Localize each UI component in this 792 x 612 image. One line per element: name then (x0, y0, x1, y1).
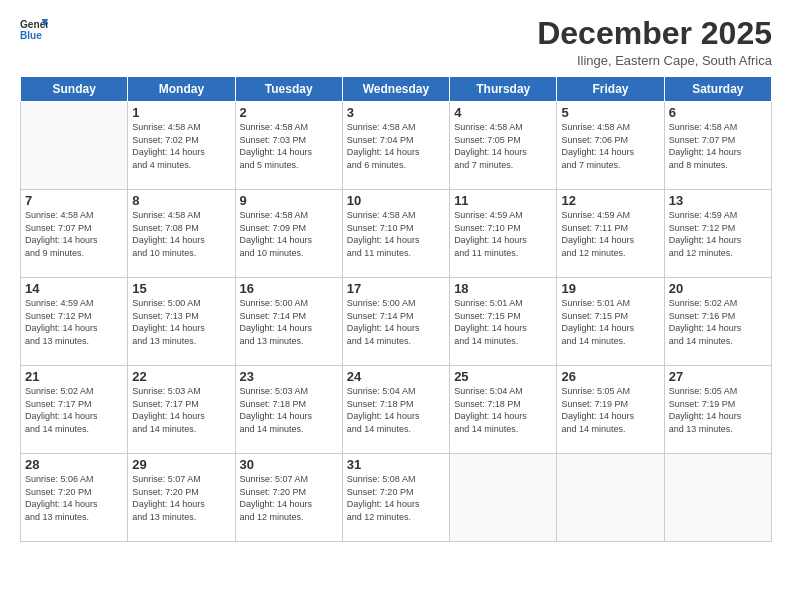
table-row: 4Sunrise: 4:58 AM Sunset: 7:05 PM Daylig… (450, 102, 557, 190)
table-row: 13Sunrise: 4:59 AM Sunset: 7:12 PM Dayli… (664, 190, 771, 278)
table-row: 16Sunrise: 5:00 AM Sunset: 7:14 PM Dayli… (235, 278, 342, 366)
day-number: 10 (347, 193, 445, 208)
day-number: 13 (669, 193, 767, 208)
table-row (21, 102, 128, 190)
day-number: 18 (454, 281, 552, 296)
day-number: 4 (454, 105, 552, 120)
col-saturday: Saturday (664, 77, 771, 102)
table-row: 12Sunrise: 4:59 AM Sunset: 7:11 PM Dayli… (557, 190, 664, 278)
table-row: 20Sunrise: 5:02 AM Sunset: 7:16 PM Dayli… (664, 278, 771, 366)
table-row: 11Sunrise: 4:59 AM Sunset: 7:10 PM Dayli… (450, 190, 557, 278)
calendar-week-4: 21Sunrise: 5:02 AM Sunset: 7:17 PM Dayli… (21, 366, 772, 454)
day-number: 2 (240, 105, 338, 120)
table-row: 25Sunrise: 5:04 AM Sunset: 7:18 PM Dayli… (450, 366, 557, 454)
cell-info: Sunrise: 5:05 AM Sunset: 7:19 PM Dayligh… (561, 385, 659, 435)
table-row: 1Sunrise: 4:58 AM Sunset: 7:02 PM Daylig… (128, 102, 235, 190)
table-row: 14Sunrise: 4:59 AM Sunset: 7:12 PM Dayli… (21, 278, 128, 366)
cell-info: Sunrise: 5:06 AM Sunset: 7:20 PM Dayligh… (25, 473, 123, 523)
table-row: 2Sunrise: 4:58 AM Sunset: 7:03 PM Daylig… (235, 102, 342, 190)
cell-info: Sunrise: 4:59 AM Sunset: 7:11 PM Dayligh… (561, 209, 659, 259)
cell-info: Sunrise: 4:58 AM Sunset: 7:08 PM Dayligh… (132, 209, 230, 259)
day-number: 6 (669, 105, 767, 120)
cell-info: Sunrise: 4:58 AM Sunset: 7:04 PM Dayligh… (347, 121, 445, 171)
day-number: 21 (25, 369, 123, 384)
table-row: 28Sunrise: 5:06 AM Sunset: 7:20 PM Dayli… (21, 454, 128, 542)
day-number: 30 (240, 457, 338, 472)
cell-info: Sunrise: 5:05 AM Sunset: 7:19 PM Dayligh… (669, 385, 767, 435)
cell-info: Sunrise: 4:58 AM Sunset: 7:05 PM Dayligh… (454, 121, 552, 171)
page: General Blue December 2025 Ilinge, Easte… (0, 0, 792, 612)
calendar-header-row: Sunday Monday Tuesday Wednesday Thursday… (21, 77, 772, 102)
table-row: 23Sunrise: 5:03 AM Sunset: 7:18 PM Dayli… (235, 366, 342, 454)
day-number: 5 (561, 105, 659, 120)
cell-info: Sunrise: 4:58 AM Sunset: 7:03 PM Dayligh… (240, 121, 338, 171)
day-number: 23 (240, 369, 338, 384)
table-row: 31Sunrise: 5:08 AM Sunset: 7:20 PM Dayli… (342, 454, 449, 542)
day-number: 28 (25, 457, 123, 472)
col-wednesday: Wednesday (342, 77, 449, 102)
day-number: 26 (561, 369, 659, 384)
col-monday: Monday (128, 77, 235, 102)
day-number: 24 (347, 369, 445, 384)
title-block: December 2025 Ilinge, Eastern Cape, Sout… (537, 16, 772, 68)
table-row: 29Sunrise: 5:07 AM Sunset: 7:20 PM Dayli… (128, 454, 235, 542)
cell-info: Sunrise: 5:03 AM Sunset: 7:17 PM Dayligh… (132, 385, 230, 435)
day-number: 22 (132, 369, 230, 384)
cell-info: Sunrise: 5:00 AM Sunset: 7:14 PM Dayligh… (347, 297, 445, 347)
cell-info: Sunrise: 5:01 AM Sunset: 7:15 PM Dayligh… (454, 297, 552, 347)
cell-info: Sunrise: 5:07 AM Sunset: 7:20 PM Dayligh… (132, 473, 230, 523)
col-tuesday: Tuesday (235, 77, 342, 102)
calendar-week-2: 7Sunrise: 4:58 AM Sunset: 7:07 PM Daylig… (21, 190, 772, 278)
day-number: 31 (347, 457, 445, 472)
day-number: 29 (132, 457, 230, 472)
svg-text:Blue: Blue (20, 30, 42, 41)
table-row: 3Sunrise: 4:58 AM Sunset: 7:04 PM Daylig… (342, 102, 449, 190)
cell-info: Sunrise: 5:03 AM Sunset: 7:18 PM Dayligh… (240, 385, 338, 435)
cell-info: Sunrise: 4:58 AM Sunset: 7:07 PM Dayligh… (669, 121, 767, 171)
cell-info: Sunrise: 5:00 AM Sunset: 7:13 PM Dayligh… (132, 297, 230, 347)
calendar-table: Sunday Monday Tuesday Wednesday Thursday… (20, 76, 772, 542)
cell-info: Sunrise: 5:07 AM Sunset: 7:20 PM Dayligh… (240, 473, 338, 523)
table-row: 26Sunrise: 5:05 AM Sunset: 7:19 PM Dayli… (557, 366, 664, 454)
cell-info: Sunrise: 4:59 AM Sunset: 7:12 PM Dayligh… (25, 297, 123, 347)
cell-info: Sunrise: 4:58 AM Sunset: 7:07 PM Dayligh… (25, 209, 123, 259)
logo: General Blue (20, 16, 48, 44)
table-row: 6Sunrise: 4:58 AM Sunset: 7:07 PM Daylig… (664, 102, 771, 190)
table-row: 24Sunrise: 5:04 AM Sunset: 7:18 PM Dayli… (342, 366, 449, 454)
cell-info: Sunrise: 4:58 AM Sunset: 7:09 PM Dayligh… (240, 209, 338, 259)
day-number: 20 (669, 281, 767, 296)
day-number: 14 (25, 281, 123, 296)
table-row: 19Sunrise: 5:01 AM Sunset: 7:15 PM Dayli… (557, 278, 664, 366)
cell-info: Sunrise: 5:02 AM Sunset: 7:17 PM Dayligh… (25, 385, 123, 435)
table-row (664, 454, 771, 542)
cell-info: Sunrise: 4:59 AM Sunset: 7:10 PM Dayligh… (454, 209, 552, 259)
day-number: 12 (561, 193, 659, 208)
table-row: 30Sunrise: 5:07 AM Sunset: 7:20 PM Dayli… (235, 454, 342, 542)
logo-icon: General Blue (20, 16, 48, 44)
table-row: 15Sunrise: 5:00 AM Sunset: 7:13 PM Dayli… (128, 278, 235, 366)
table-row: 7Sunrise: 4:58 AM Sunset: 7:07 PM Daylig… (21, 190, 128, 278)
day-number: 11 (454, 193, 552, 208)
cell-info: Sunrise: 5:04 AM Sunset: 7:18 PM Dayligh… (347, 385, 445, 435)
calendar-week-1: 1Sunrise: 4:58 AM Sunset: 7:02 PM Daylig… (21, 102, 772, 190)
calendar-week-5: 28Sunrise: 5:06 AM Sunset: 7:20 PM Dayli… (21, 454, 772, 542)
day-number: 27 (669, 369, 767, 384)
cell-info: Sunrise: 5:01 AM Sunset: 7:15 PM Dayligh… (561, 297, 659, 347)
col-thursday: Thursday (450, 77, 557, 102)
day-number: 19 (561, 281, 659, 296)
table-row (450, 454, 557, 542)
cell-info: Sunrise: 4:59 AM Sunset: 7:12 PM Dayligh… (669, 209, 767, 259)
day-number: 25 (454, 369, 552, 384)
cell-info: Sunrise: 5:00 AM Sunset: 7:14 PM Dayligh… (240, 297, 338, 347)
table-row: 21Sunrise: 5:02 AM Sunset: 7:17 PM Dayli… (21, 366, 128, 454)
day-number: 3 (347, 105, 445, 120)
day-number: 17 (347, 281, 445, 296)
cell-info: Sunrise: 4:58 AM Sunset: 7:02 PM Dayligh… (132, 121, 230, 171)
table-row: 10Sunrise: 4:58 AM Sunset: 7:10 PM Dayli… (342, 190, 449, 278)
table-row (557, 454, 664, 542)
table-row: 22Sunrise: 5:03 AM Sunset: 7:17 PM Dayli… (128, 366, 235, 454)
month-title: December 2025 (537, 16, 772, 51)
day-number: 16 (240, 281, 338, 296)
day-number: 9 (240, 193, 338, 208)
cell-info: Sunrise: 4:58 AM Sunset: 7:10 PM Dayligh… (347, 209, 445, 259)
